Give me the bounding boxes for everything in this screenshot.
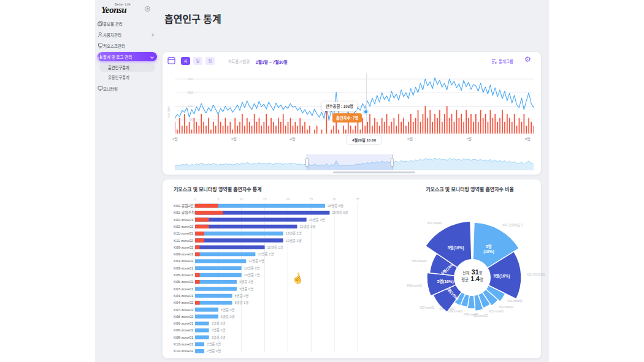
svg-text:10: 10 (240, 197, 243, 201)
monitor-icon (98, 86, 103, 91)
barchart-title: 키오스크 및 모니터링 영역별 흡연자수 통계 (174, 186, 262, 192)
zone-bar-chart[interactable]: 05101520253035K01-공원2번출구28명중 5명K01-공원주차장… (174, 195, 370, 355)
svg-text:15: 15 (263, 197, 266, 201)
sidebar-item-promo[interactable]: 홍보물 관리 (98, 19, 157, 28)
navigator-selection[interactable] (307, 154, 393, 170)
svg-text:29명중 6명: 29명중 6명 (332, 211, 348, 214)
svg-text:5명(16%): 5명(16%) (448, 245, 464, 251)
svg-text:K04-zone02: K04-zone02 (174, 301, 194, 304)
timeline-card: 시 일 월 차트표시범위: 2월1일 ~ 7월30일 통계그룹 ⚙ 200 15… (163, 52, 541, 175)
theme-toggle-icon[interactable]: ✱ (145, 6, 150, 12)
svg-text:K02-zone02: K02-zone02 (499, 306, 514, 309)
settings-gear-icon[interactable]: ⚙ (524, 55, 531, 64)
svg-text:9명중 1명: 9명중 1명 (239, 280, 253, 284)
sidebar-item-label: 통계 및 로그 관리 (103, 54, 132, 60)
svg-text:K02-zone01: K02-zone01 (508, 300, 523, 303)
navigator-scrollbar-thumb[interactable] (333, 172, 415, 173)
svg-text:K07-zone02: K07-zone02 (174, 308, 194, 312)
svg-text:K01-공원주차장: K01-공원주차장 (527, 273, 545, 277)
svg-text:10명중 0명: 10명중 0명 (244, 266, 260, 270)
sidebar-item-label: 모니터링 (103, 86, 118, 92)
logo[interactable]: Better Life Yeonsu (101, 3, 150, 19)
svg-text:K11-zone01: K11-zone01 (174, 232, 194, 235)
kiosk-icon (98, 43, 103, 48)
tooltip-series-value: 연수공원 : 103명 (322, 102, 357, 111)
y-tick-50: 50 (175, 118, 193, 121)
app-container: Better Life Yeonsu ✱ 홍보물 관리 사용자관리 키오스크관리… (95, 0, 549, 362)
period-button-month[interactable]: 월 (205, 57, 215, 65)
svg-text:0: 0 (194, 197, 196, 201)
svg-text:19명중 2명: 19명중 2명 (286, 232, 302, 235)
svg-text:K05-zone01: K05-zone01 (174, 273, 194, 277)
x-tick: 2월 (172, 136, 178, 141)
y-tick-150: 150 (175, 91, 193, 94)
svg-text:K08-zone02: K08-zone02 (174, 315, 194, 319)
x-tick: 6월 (407, 136, 413, 141)
svg-text:K05-zone01: K05-zone01 (407, 284, 423, 287)
stats-group-button[interactable]: 통계그룹 (491, 57, 513, 65)
screenshot-root: Better Life Yeonsu ✱ 홍보물 관리 사용자관리 키오스크관리… (0, 0, 644, 362)
logo-text: Yeonsu (101, 6, 150, 14)
navigator-left-handle[interactable] (305, 158, 309, 167)
stats-group-label: 통계그룹 (499, 58, 513, 64)
svg-text:K04-zone01: K04-zone01 (174, 294, 194, 298)
svg-text:13명중 1명: 13명중 1명 (258, 252, 274, 256)
svg-text:28명중 5명: 28명중 5명 (328, 204, 343, 208)
sidebar-item-monitoring[interactable]: 모니터링 (98, 84, 157, 93)
svg-text:9명중 0명: 9명중 0명 (239, 287, 253, 291)
svg-text:K10-zone02: K10-zone02 (174, 349, 194, 353)
svg-text:K09-zone02: K09-zone02 (464, 313, 479, 316)
period-button-hour[interactable]: 시 (181, 57, 190, 65)
piechart-title: 키오스크 및 모니터링 영역별 흡연자수 비율 (399, 186, 541, 192)
svg-text:5명중 0명: 5명중 0명 (221, 315, 235, 319)
svg-text:25: 25 (309, 197, 313, 201)
stats-icon (98, 54, 103, 59)
x-tick: 8월 (525, 136, 531, 141)
calendar-icon[interactable] (167, 56, 175, 64)
svg-text:K11-zone02: K11-zone02 (174, 239, 194, 243)
docs-icon (98, 21, 103, 26)
svg-text:K03-zone02: K03-zone02 (174, 259, 194, 263)
svg-text:24명중 3명: 24명중 3명 (309, 218, 325, 222)
sidebar-item-label: 홍보물 관리 (103, 21, 123, 27)
user-icon (98, 32, 103, 37)
chart-range-label: 차트표시범위: (228, 59, 251, 64)
y-tick-100: 100 (175, 104, 193, 108)
sidebar-item-users[interactable]: 사용자관리 (98, 30, 157, 39)
svg-text:K01-공원주차장: K01-공원주차장 (174, 210, 199, 215)
sidebar-item-label: 사용자관리 (103, 32, 121, 38)
sidebar-item-kiosk[interactable]: 키오스크관리 (98, 41, 157, 50)
y-tick-200: 200 (175, 77, 193, 81)
svg-text:K07-zone01: K07-zone01 (427, 222, 443, 225)
svg-text:K09-zone01: K09-zone01 (174, 252, 194, 256)
svg-text:3명중 0명: 3명중 0명 (212, 328, 226, 332)
svg-text:10명중 1명: 10명중 1명 (244, 273, 260, 277)
chevron-down-icon (150, 55, 154, 59)
svg-text:K09-zone01: K09-zone01 (448, 310, 463, 313)
stats-group-icon (491, 58, 497, 64)
sidebar-subitem-label: 흡연인구통계 (108, 65, 129, 70)
svg-text:K05-zone02: K05-zone02 (412, 260, 427, 263)
svg-text:K10-zone01: K10-zone01 (174, 342, 194, 346)
sidebar-subitem-smoking-stats[interactable]: 흡연인구통계 (99, 64, 155, 72)
tooltip-pointer-line (366, 74, 367, 134)
hover-point-marker (364, 110, 368, 114)
svg-text:3명중 0명: 3명중 0명 (212, 336, 226, 339)
sidebar-subitem-floating-stats[interactable]: 유동인구통계 (99, 74, 155, 81)
sidebar-subitem-label: 유동인구통계 (108, 75, 129, 80)
period-button-day[interactable]: 일 (193, 57, 202, 65)
y-axis-name: 흡연자수 (166, 106, 170, 119)
svg-text:20: 20 (286, 197, 289, 201)
svg-text:15명중 1명: 15명중 1명 (267, 246, 283, 249)
svg-text:11명중 0명: 11명중 0명 (248, 259, 264, 263)
navigator-right-handle[interactable] (391, 158, 394, 167)
svg-text:2명중 0명: 2명중 0명 (207, 349, 221, 353)
svg-text:K09-zone02: K09-zone02 (174, 246, 194, 249)
sidebar-item-stats-logs[interactable]: 통계 및 로그 관리 (98, 52, 157, 61)
chevron-right-icon (150, 33, 154, 37)
svg-text:K06-zone01: K06-zone01 (174, 322, 194, 325)
svg-text:3명중 0명: 3명중 0명 (212, 322, 226, 325)
svg-text:K06-zone02: K06-zone02 (174, 328, 194, 332)
tooltip-axis-label: 4월20일 10:00 (347, 135, 381, 145)
pie-center-summary: 전체: 31명평균: 1.4명 (445, 270, 500, 282)
